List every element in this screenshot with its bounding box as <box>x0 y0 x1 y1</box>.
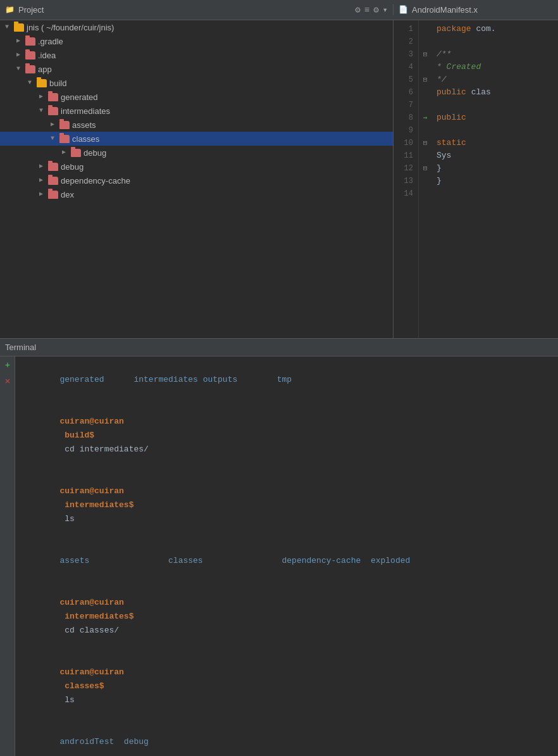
terminal-title: Terminal <box>5 343 36 352</box>
arrow-dependency-cache <box>37 176 46 185</box>
label-dependency-cache: dependency-cache <box>61 176 130 186</box>
tree-item-dex[interactable]: dex <box>0 187 393 201</box>
settings-icon[interactable]: ⚙ <box>355 4 360 15</box>
kw-public-2: public <box>437 113 466 122</box>
label-app: app <box>38 65 52 74</box>
code-12-brace: } <box>437 163 442 173</box>
terminal-line-7: androidTest debug <box>20 721 553 756</box>
comment-created: Created <box>447 62 481 72</box>
line-num-13: 13 <box>394 175 418 187</box>
tree-item-debug-outer[interactable]: debug <box>0 160 393 173</box>
code-line-14 <box>437 187 553 200</box>
comment-star: * <box>437 62 447 72</box>
gutter-3[interactable]: ⊟ <box>419 48 431 61</box>
arrow-generated <box>37 92 46 101</box>
tree-item-gradle[interactable]: .gradle <box>0 34 393 48</box>
gear-icon[interactable]: ⚙ <box>373 4 378 15</box>
file-tree: jnis ( ~/founder/cuir/jnis) .gradle .ide… <box>0 20 394 338</box>
arrow-dex <box>37 190 46 199</box>
line-num-1: 1 <box>394 23 418 35</box>
folder-dex <box>48 191 58 199</box>
t-cmd-3: ls <box>59 514 74 524</box>
code-line-8: public <box>437 111 553 124</box>
add-terminal-button[interactable]: + <box>1 359 14 372</box>
comment-close: */ <box>437 75 447 84</box>
t-dir-2: build$ <box>59 431 94 440</box>
tree-item-debug-inner[interactable]: debug <box>0 146 393 160</box>
arrow-classes <box>48 134 57 143</box>
tree-item-dependency-cache[interactable]: dependency-cache <box>0 173 393 187</box>
line-num-8: 8 <box>394 111 418 124</box>
folder-idea <box>25 51 35 60</box>
gutter-8: ⇒ <box>419 111 431 124</box>
close-terminal-button[interactable]: ✕ <box>1 374 14 387</box>
line-num-5: 5 <box>394 73 418 86</box>
code-line-3: /** <box>437 48 553 61</box>
arrow-jnis <box>3 23 11 32</box>
code-line-1: package com. <box>437 23 553 35</box>
code-line-7 <box>437 99 553 111</box>
t-user-5: cuiran@cuiran <box>59 598 123 607</box>
tree-item-classes[interactable]: classes <box>0 132 393 146</box>
terminal-line-4: assets classes dependency-cache exploded <box>20 540 553 582</box>
folder-debug-outer <box>48 163 58 171</box>
tree-item-idea[interactable]: .idea <box>0 48 393 62</box>
gutter-6 <box>419 86 431 99</box>
code-line-10: static <box>437 137 553 149</box>
t-dir-3: intermediates$ <box>59 500 133 510</box>
arrow-intermediates <box>37 106 46 115</box>
line-num-7: 7 <box>394 99 418 111</box>
down-icon[interactable]: ▾ <box>383 4 388 15</box>
code-line-9 <box>437 124 553 137</box>
terminal-line-3: cuiran@cuiran intermediates$ ls <box>20 470 553 540</box>
gutter: ⊟ ⊟ ⇒ ⊟ ⊟ <box>419 20 431 338</box>
code-area: 1 2 3 4 5 6 7 8 9 10 11 12 13 14 ⊟ <box>394 20 558 338</box>
folder-debug-inner <box>71 149 81 157</box>
t-dir-6: classes$ <box>59 681 104 691</box>
t-output-1: generated intermediates outputs tmp <box>59 375 292 384</box>
line-num-9: 9 <box>394 124 418 137</box>
gutter-10[interactable]: ⊟ <box>419 137 431 149</box>
gutter-14 <box>419 187 431 200</box>
tree-item-generated[interactable]: generated <box>0 90 393 104</box>
folder-gradle <box>25 37 35 46</box>
tree-item-build[interactable]: build <box>0 76 393 90</box>
menu-icon[interactable]: ≡ <box>364 5 369 15</box>
tree-item-intermediates[interactable]: intermediates <box>0 104 393 118</box>
line-num-10: 10 <box>394 137 418 149</box>
code-line-13: } <box>437 175 553 187</box>
tree-item-app[interactable]: app <box>0 62 393 76</box>
code-line-4: * Created <box>437 61 553 73</box>
code-editor: 1 2 3 4 5 6 7 8 9 10 11 12 13 14 ⊟ <box>394 20 558 338</box>
gutter-2 <box>419 35 431 48</box>
line-num-11: 11 <box>394 149 418 162</box>
project-title: Project <box>18 5 44 15</box>
t-cmd-6: ls <box>59 695 74 705</box>
gutter-12[interactable]: ⊟ <box>419 162 431 175</box>
terminal-line-6: cuiran@cuiran classes$ ls <box>20 652 553 721</box>
label-assets: assets <box>72 120 96 130</box>
gutter-7 <box>419 99 431 111</box>
folder-classes <box>59 135 70 143</box>
gutter-11 <box>419 149 431 162</box>
t-output-7: androidTest debug <box>59 737 148 747</box>
line-numbers: 1 2 3 4 5 6 7 8 9 10 11 12 13 14 <box>394 20 419 338</box>
code-lines: package com. /** * Created */ public cla… <box>431 20 558 338</box>
arrow-debug-outer <box>37 162 46 171</box>
folder-dependency-cache <box>48 177 58 185</box>
code-1-rest: com. <box>476 24 495 34</box>
label-debug-outer: debug <box>61 162 84 172</box>
tree-item-assets[interactable]: assets <box>0 118 393 132</box>
code-line-11: Sys <box>437 149 553 162</box>
code-line-12: } <box>437 162 553 175</box>
code-11-sys: Sys <box>437 151 451 160</box>
label-jnis: jnis ( ~/founder/cuir/jnis) <box>27 23 114 32</box>
t-cmd-2: cd intermediates/ <box>59 444 148 454</box>
code-line-5: */ <box>437 73 553 86</box>
folder-intermediates <box>48 107 58 115</box>
gutter-5[interactable]: ⊟ <box>419 73 431 86</box>
line-num-2: 2 <box>394 35 418 48</box>
tree-item-jnis[interactable]: jnis ( ~/founder/cuir/jnis) <box>0 20 393 34</box>
comment-open: /** <box>437 49 451 59</box>
t-output-4: assets classes dependency-cache exploded <box>59 556 410 565</box>
